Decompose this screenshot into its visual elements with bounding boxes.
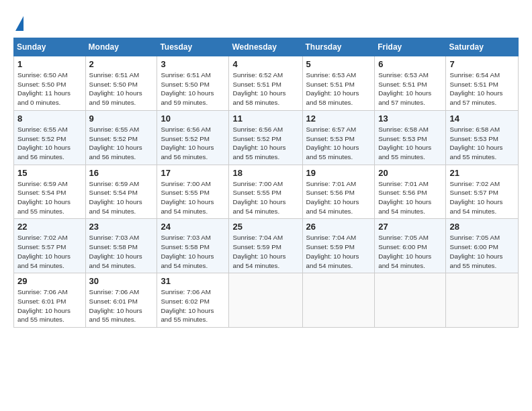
weekday-header-wednesday: Wednesday xyxy=(229,38,302,56)
calendar-table: SundayMondayTuesdayWednesdayThursdayFrid… xyxy=(13,38,519,328)
day-cell-1: 1Sunrise: 6:50 AMSunset: 5:50 PMDaylight… xyxy=(14,56,86,111)
weekday-header-tuesday: Tuesday xyxy=(157,38,229,56)
day-cell-16: 16Sunrise: 6:59 AMSunset: 5:54 PMDayligh… xyxy=(85,165,157,219)
empty-cell xyxy=(375,273,446,328)
day-info: Sunrise: 6:59 AMSunset: 5:54 PMDaylight:… xyxy=(89,179,154,216)
day-number: 11 xyxy=(232,113,298,124)
day-cell-30: 30Sunrise: 7:06 AMSunset: 6:01 PMDayligh… xyxy=(85,273,157,328)
week-row-5: 29Sunrise: 7:06 AMSunset: 6:01 PMDayligh… xyxy=(14,273,519,328)
day-cell-12: 12Sunrise: 6:57 AMSunset: 5:53 PMDayligh… xyxy=(302,110,375,165)
day-info: Sunrise: 6:59 AMSunset: 5:54 PMDaylight:… xyxy=(17,179,82,216)
day-info: Sunrise: 6:58 AMSunset: 5:53 PMDaylight:… xyxy=(378,125,442,162)
day-number: 14 xyxy=(449,113,515,124)
day-cell-27: 27Sunrise: 7:05 AMSunset: 6:00 PMDayligh… xyxy=(375,219,446,273)
day-cell-24: 24Sunrise: 7:03 AMSunset: 5:58 PMDayligh… xyxy=(157,219,229,273)
day-info: Sunrise: 6:58 AMSunset: 5:53 PMDaylight:… xyxy=(449,125,515,162)
day-cell-25: 25Sunrise: 7:04 AMSunset: 5:59 PMDayligh… xyxy=(229,219,302,273)
day-info: Sunrise: 7:06 AMSunset: 6:02 PMDaylight:… xyxy=(161,287,225,324)
day-cell-22: 22Sunrise: 7:02 AMSunset: 5:57 PMDayligh… xyxy=(14,219,86,273)
day-cell-5: 5Sunrise: 6:53 AMSunset: 5:51 PMDaylight… xyxy=(302,56,375,111)
day-info: Sunrise: 6:56 AMSunset: 5:52 PMDaylight:… xyxy=(161,125,225,162)
day-cell-3: 3Sunrise: 6:51 AMSunset: 5:50 PMDaylight… xyxy=(157,56,229,111)
day-number: 28 xyxy=(449,222,515,232)
day-cell-8: 8Sunrise: 6:55 AMSunset: 5:52 PMDaylight… xyxy=(14,110,86,165)
day-cell-7: 7Sunrise: 6:54 AMSunset: 5:51 PMDaylight… xyxy=(446,56,519,111)
day-info: Sunrise: 6:53 AMSunset: 5:51 PMDaylight:… xyxy=(378,71,442,107)
day-cell-10: 10Sunrise: 6:56 AMSunset: 5:52 PMDayligh… xyxy=(157,110,229,165)
day-info: Sunrise: 7:00 AMSunset: 5:55 PMDaylight:… xyxy=(232,179,298,216)
day-number: 9 xyxy=(89,113,154,124)
day-number: 12 xyxy=(306,113,371,124)
day-number: 13 xyxy=(378,113,442,124)
logo-arrow-icon xyxy=(15,16,24,31)
day-info: Sunrise: 7:06 AMSunset: 6:01 PMDaylight:… xyxy=(17,287,82,324)
logo xyxy=(13,13,24,31)
day-cell-28: 28Sunrise: 7:05 AMSunset: 6:00 PMDayligh… xyxy=(446,219,519,273)
day-number: 4 xyxy=(232,59,298,69)
day-info: Sunrise: 7:04 AMSunset: 5:59 PMDaylight:… xyxy=(306,233,371,270)
empty-cell xyxy=(229,273,302,328)
day-cell-26: 26Sunrise: 7:04 AMSunset: 5:59 PMDayligh… xyxy=(302,219,375,273)
day-number: 8 xyxy=(17,113,82,124)
day-info: Sunrise: 7:04 AMSunset: 5:59 PMDaylight:… xyxy=(232,233,298,270)
day-cell-15: 15Sunrise: 6:59 AMSunset: 5:54 PMDayligh… xyxy=(14,165,86,219)
day-cell-14: 14Sunrise: 6:58 AMSunset: 5:53 PMDayligh… xyxy=(446,110,519,165)
day-info: Sunrise: 6:52 AMSunset: 5:51 PMDaylight:… xyxy=(232,71,298,107)
day-cell-31: 31Sunrise: 7:06 AMSunset: 6:02 PMDayligh… xyxy=(157,273,229,328)
day-number: 22 xyxy=(17,222,82,232)
day-number: 21 xyxy=(449,168,515,178)
day-info: Sunrise: 6:55 AMSunset: 5:52 PMDaylight:… xyxy=(89,125,154,162)
day-number: 6 xyxy=(378,59,442,69)
day-number: 27 xyxy=(378,222,442,232)
day-number: 17 xyxy=(161,168,225,178)
weekday-header-row: SundayMondayTuesdayWednesdayThursdayFrid… xyxy=(14,38,519,56)
empty-cell xyxy=(302,273,375,328)
day-cell-4: 4Sunrise: 6:52 AMSunset: 5:51 PMDaylight… xyxy=(229,56,302,111)
day-info: Sunrise: 6:51 AMSunset: 5:50 PMDaylight:… xyxy=(161,71,225,107)
weekday-header-sunday: Sunday xyxy=(14,38,86,56)
day-number: 18 xyxy=(232,168,298,178)
day-number: 31 xyxy=(161,276,225,286)
weekday-header-thursday: Thursday xyxy=(302,38,375,56)
day-number: 5 xyxy=(306,59,371,69)
day-info: Sunrise: 7:02 AMSunset: 5:57 PMDaylight:… xyxy=(449,179,515,216)
weekday-header-saturday: Saturday xyxy=(446,38,519,56)
day-info: Sunrise: 7:00 AMSunset: 5:55 PMDaylight:… xyxy=(161,179,225,216)
day-info: Sunrise: 6:53 AMSunset: 5:51 PMDaylight:… xyxy=(306,71,371,107)
day-number: 10 xyxy=(161,113,225,124)
day-number: 3 xyxy=(161,59,225,69)
day-info: Sunrise: 7:06 AMSunset: 6:01 PMDaylight:… xyxy=(89,287,154,324)
day-info: Sunrise: 6:57 AMSunset: 5:53 PMDaylight:… xyxy=(306,125,371,162)
weekday-header-friday: Friday xyxy=(375,38,446,56)
week-row-4: 22Sunrise: 7:02 AMSunset: 5:57 PMDayligh… xyxy=(14,219,519,273)
day-cell-11: 11Sunrise: 6:56 AMSunset: 5:52 PMDayligh… xyxy=(229,110,302,165)
day-cell-18: 18Sunrise: 7:00 AMSunset: 5:55 PMDayligh… xyxy=(229,165,302,219)
week-row-2: 8Sunrise: 6:55 AMSunset: 5:52 PMDaylight… xyxy=(14,110,519,165)
day-number: 20 xyxy=(378,168,442,178)
day-info: Sunrise: 6:55 AMSunset: 5:52 PMDaylight:… xyxy=(17,125,82,162)
day-info: Sunrise: 7:03 AMSunset: 5:58 PMDaylight:… xyxy=(161,233,225,270)
empty-cell xyxy=(446,273,519,328)
day-info: Sunrise: 7:02 AMSunset: 5:57 PMDaylight:… xyxy=(17,233,82,270)
day-info: Sunrise: 6:51 AMSunset: 5:50 PMDaylight:… xyxy=(89,71,154,107)
day-cell-2: 2Sunrise: 6:51 AMSunset: 5:50 PMDaylight… xyxy=(85,56,157,111)
day-number: 29 xyxy=(17,276,82,286)
day-info: Sunrise: 7:01 AMSunset: 5:56 PMDaylight:… xyxy=(378,179,442,216)
day-cell-9: 9Sunrise: 6:55 AMSunset: 5:52 PMDaylight… xyxy=(85,110,157,165)
day-info: Sunrise: 7:05 AMSunset: 6:00 PMDaylight:… xyxy=(449,233,515,270)
day-info: Sunrise: 6:54 AMSunset: 5:51 PMDaylight:… xyxy=(449,71,515,107)
day-cell-23: 23Sunrise: 7:03 AMSunset: 5:58 PMDayligh… xyxy=(85,219,157,273)
week-row-1: 1Sunrise: 6:50 AMSunset: 5:50 PMDaylight… xyxy=(14,56,519,111)
day-number: 19 xyxy=(306,168,371,178)
day-number: 23 xyxy=(89,222,154,232)
day-info: Sunrise: 6:56 AMSunset: 5:52 PMDaylight:… xyxy=(232,125,298,162)
day-number: 26 xyxy=(306,222,371,232)
day-number: 1 xyxy=(17,59,82,69)
day-info: Sunrise: 7:01 AMSunset: 5:56 PMDaylight:… xyxy=(306,179,371,216)
weekday-header-monday: Monday xyxy=(85,38,157,56)
day-info: Sunrise: 7:05 AMSunset: 6:00 PMDaylight:… xyxy=(378,233,442,270)
day-cell-6: 6Sunrise: 6:53 AMSunset: 5:51 PMDaylight… xyxy=(375,56,446,111)
day-info: Sunrise: 6:50 AMSunset: 5:50 PMDaylight:… xyxy=(17,71,82,107)
day-number: 7 xyxy=(449,59,515,69)
day-number: 30 xyxy=(89,276,154,286)
